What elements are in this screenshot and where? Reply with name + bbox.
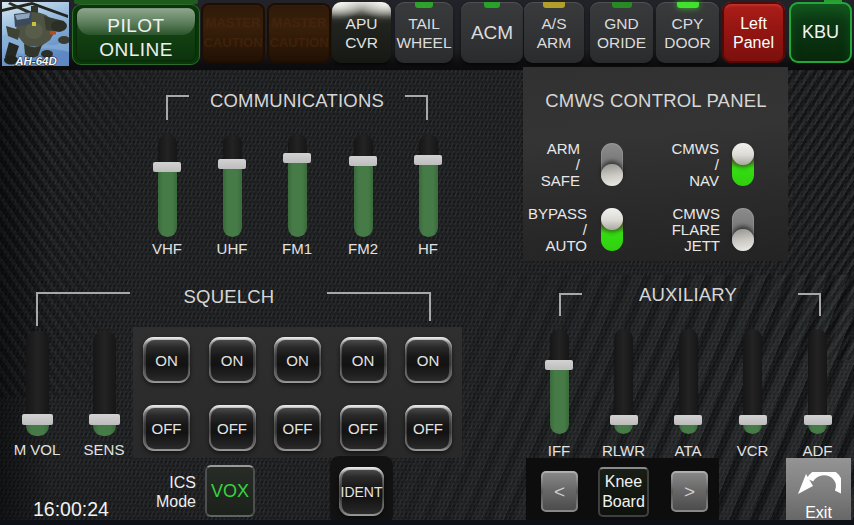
svg-text:AH-64D: AH-64D xyxy=(14,55,57,67)
